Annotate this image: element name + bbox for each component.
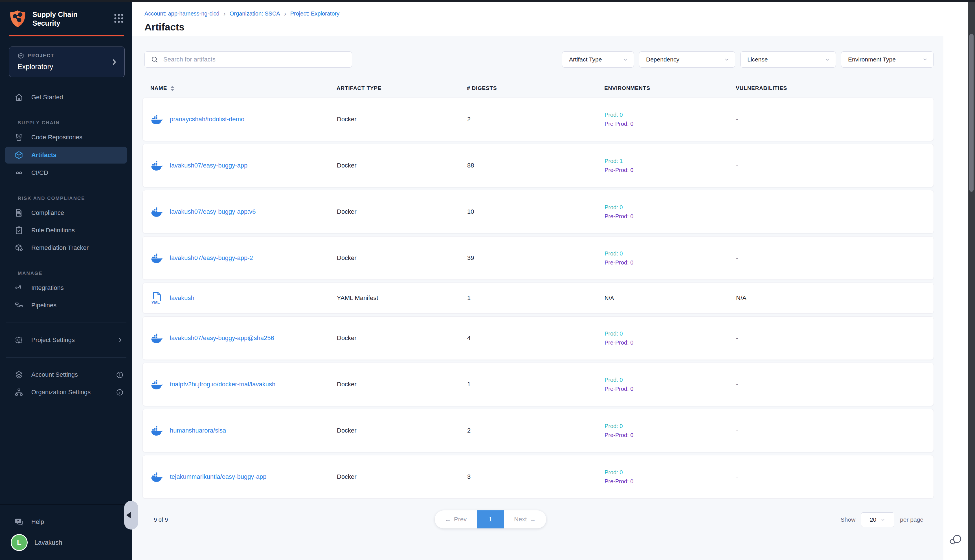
sidebar-collapse-handle[interactable] bbox=[124, 501, 138, 530]
docker-icon bbox=[151, 425, 163, 436]
collapse-left-icon bbox=[126, 512, 130, 518]
search-input[interactable] bbox=[164, 56, 346, 63]
artifact-type-cell: Docker bbox=[337, 427, 467, 434]
table-row: YMLlavakush YAML Manifest 1 N/A N/A bbox=[142, 283, 934, 313]
preprod-count[interactable]: Pre-Prod: 0 bbox=[604, 384, 736, 393]
page-number-button[interactable]: 1 bbox=[477, 510, 504, 528]
breadcrumb-project-link[interactable]: Project: Exploratory bbox=[290, 10, 340, 17]
sidebar-item-organization-settings[interactable]: Organization Settings bbox=[0, 383, 132, 401]
section-heading-manage: MANAGE bbox=[0, 271, 132, 276]
preprod-count[interactable]: Pre-Prod: 0 bbox=[604, 212, 736, 221]
digests-cell: 3 bbox=[467, 473, 604, 480]
preprod-count[interactable]: Pre-Prod: 0 bbox=[604, 165, 736, 175]
breadcrumb-separator: › bbox=[284, 11, 286, 17]
artifact-link[interactable]: lavakush bbox=[170, 294, 194, 302]
sidebar-item-artifacts[interactable]: Artifacts bbox=[5, 147, 127, 163]
preprod-count[interactable]: Pre-Prod: 0 bbox=[604, 338, 736, 347]
filter-license[interactable]: License bbox=[740, 51, 836, 68]
app-logo-block: Supply Chain Security bbox=[0, 0, 132, 28]
sidebar-item-label: Account Settings bbox=[31, 371, 78, 378]
project-label: PROJECT bbox=[28, 53, 54, 58]
user-menu[interactable]: L Lavakush bbox=[0, 531, 132, 554]
sidebar-item-remediation-tracker[interactable]: Remediation Tracker bbox=[0, 239, 132, 257]
preprod-count[interactable]: Pre-Prod: 0 bbox=[604, 119, 736, 128]
main-content: Account: app-harness-ng-cicd › Organizat… bbox=[132, 2, 943, 560]
code-repository-icon bbox=[14, 133, 24, 142]
environments-cell: Prod: 0 Pre-Prod: 0 bbox=[604, 249, 736, 267]
filter-environment-type[interactable]: Environment Type bbox=[841, 51, 933, 68]
prod-count[interactable]: Prod: 1 bbox=[604, 157, 736, 165]
digests-cell: 1 bbox=[467, 381, 604, 388]
sidebar-item-account-settings[interactable]: Account Settings bbox=[0, 366, 132, 383]
project-selector[interactable]: PROJECT Exploratory bbox=[9, 47, 125, 77]
sidebar-item-label: Compliance bbox=[31, 209, 64, 217]
chevron-down-icon bbox=[824, 57, 831, 63]
sidebar-item-code-repositories[interactable]: Code Repositories bbox=[0, 128, 132, 146]
scrollbar-thumb[interactable] bbox=[969, 34, 973, 192]
sidebar-item-help[interactable]: ? Help bbox=[0, 513, 132, 531]
prod-count[interactable]: Prod: 0 bbox=[604, 375, 736, 384]
environments-cell: Prod: 0 Pre-Prod: 0 bbox=[604, 375, 736, 393]
prod-count[interactable]: Prod: 0 bbox=[604, 249, 736, 258]
docker-icon bbox=[151, 379, 163, 389]
sidebar-item-integrations[interactable]: Integrations bbox=[0, 279, 132, 297]
sidebar-item-cicd[interactable]: CI/CD bbox=[0, 164, 132, 182]
environments-cell: Prod: 0 Pre-Prod: 0 bbox=[604, 110, 736, 128]
breadcrumb-account-link[interactable]: Account: app-harness-ng-cicd bbox=[144, 10, 219, 17]
sidebar-item-compliance[interactable]: Compliance bbox=[0, 204, 132, 222]
breadcrumb-organization-link[interactable]: Organization: SSCA bbox=[230, 10, 280, 17]
sidebar-item-get-started[interactable]: Get Started bbox=[0, 88, 132, 106]
artifact-type-cell: Docker bbox=[337, 334, 467, 342]
artifact-link[interactable]: trialpfv2hi.jfrog.io/docker-trial/lavaku… bbox=[170, 381, 275, 388]
sidebar-item-label: Artifacts bbox=[31, 152, 57, 159]
table-row: tejakummarikuntla/easy-buggy-app Docker … bbox=[142, 455, 934, 498]
table-row: trialpfv2hi.jfrog.io/docker-trial/lavaku… bbox=[142, 363, 934, 406]
chevron-right-icon bbox=[110, 58, 118, 66]
artifact-link[interactable]: tejakummarikuntla/easy-buggy-app bbox=[170, 473, 266, 480]
artifact-link[interactable]: lavakush07/easy-buggy-app-2 bbox=[170, 254, 253, 262]
sidebar-item-label: Organization Settings bbox=[31, 388, 90, 396]
user-name: Lavakush bbox=[34, 539, 62, 547]
prod-count[interactable]: Prod: 0 bbox=[604, 110, 736, 119]
preprod-count[interactable]: Pre-Prod: 0 bbox=[604, 430, 736, 440]
prod-count[interactable]: Prod: 0 bbox=[604, 468, 736, 477]
artifact-link[interactable]: humanshuarora/slsa bbox=[170, 427, 226, 434]
filter-label: Environment Type bbox=[848, 56, 896, 63]
column-header-name[interactable]: NAME bbox=[142, 85, 337, 92]
preprod-count[interactable]: Pre-Prod: 0 bbox=[604, 477, 736, 486]
chat-support-icon[interactable] bbox=[949, 533, 963, 547]
sidebar-item-label: Project Settings bbox=[31, 337, 75, 344]
prev-page-button[interactable]: ← Prev bbox=[435, 510, 477, 528]
artifact-link[interactable]: lavakush07/easy-buggy-app@sha256 bbox=[170, 334, 274, 342]
page-size-select[interactable]: 20 bbox=[861, 512, 894, 527]
page-size-control: Show 20 per page bbox=[841, 512, 923, 527]
artifact-link[interactable]: lavakush07/easy-buggy-app bbox=[170, 162, 247, 169]
sidebar-item-label: Get Started bbox=[31, 93, 63, 101]
vulnerabilities-cell: - bbox=[736, 254, 933, 262]
table-row: lavakush07/easy-buggy-app@sha256 Docker … bbox=[142, 317, 934, 360]
prod-count[interactable]: Prod: 0 bbox=[604, 203, 736, 212]
table-row: humanshuarora/slsa Docker 2 Prod: 0 Pre-… bbox=[142, 409, 934, 452]
search-icon bbox=[150, 55, 159, 64]
vulnerabilities-cell: - bbox=[736, 473, 933, 480]
filter-artifact-type[interactable]: Artifact Type bbox=[562, 51, 634, 68]
app-grid-icon[interactable] bbox=[113, 12, 125, 24]
sidebar-item-rule-definitions[interactable]: Rule Definitions bbox=[0, 222, 132, 239]
filter-dependency[interactable]: Dependency bbox=[639, 51, 735, 68]
sidebar-item-project-settings[interactable]: Project Settings bbox=[0, 331, 132, 349]
environments-cell: Prod: 0 Pre-Prod: 0 bbox=[604, 203, 736, 221]
gear-icon bbox=[14, 335, 24, 345]
sidebar-item-pipelines[interactable]: Pipelines bbox=[0, 297, 132, 314]
next-page-button[interactable]: Next → bbox=[504, 510, 546, 528]
breadcrumb-separator: › bbox=[224, 11, 226, 17]
artifact-link[interactable]: pranaycshah/todolist-demo bbox=[170, 116, 244, 123]
breadcrumb: Account: app-harness-ng-cicd › Organizat… bbox=[144, 10, 943, 17]
sidebar-item-label: CI/CD bbox=[31, 169, 48, 177]
prod-count[interactable]: Prod: 0 bbox=[604, 422, 736, 430]
info-icon[interactable] bbox=[116, 371, 124, 379]
preprod-count[interactable]: Pre-Prod: 0 bbox=[604, 258, 736, 267]
prod-count[interactable]: Prod: 0 bbox=[604, 329, 736, 338]
artifact-link[interactable]: lavakush07/easy-buggy-app:v6 bbox=[170, 208, 256, 215]
column-header-digests: # DIGESTS bbox=[467, 85, 604, 92]
info-icon[interactable] bbox=[116, 388, 124, 396]
